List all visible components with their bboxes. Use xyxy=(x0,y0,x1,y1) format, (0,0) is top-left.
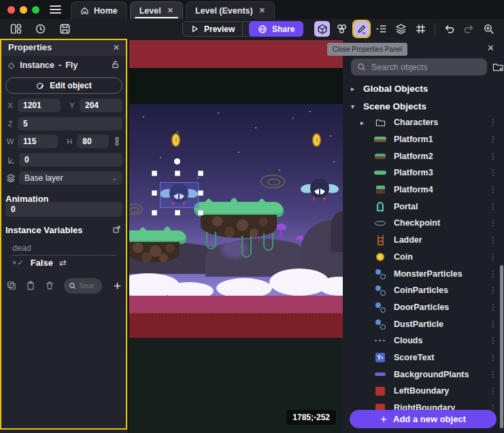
kebab-menu-icon[interactable]: ⋮ xyxy=(489,252,497,262)
kebab-menu-icon[interactable]: ⋮ xyxy=(489,168,497,177)
properties-close-icon[interactable]: ✕ xyxy=(113,43,120,52)
history-icon[interactable] xyxy=(33,21,48,37)
tab-level-events[interactable]: Level (Events) ✕ xyxy=(186,1,275,19)
kebab-menu-icon[interactable]: ⋮ xyxy=(489,118,497,127)
angle-input[interactable] xyxy=(19,153,122,167)
minimize-window-button[interactable] xyxy=(20,6,27,14)
height-input[interactable] xyxy=(77,135,109,148)
object-item-leftboundary[interactable]: LeftBoundary⋮ xyxy=(343,383,504,400)
kebab-menu-icon[interactable]: ⋮ xyxy=(489,152,497,161)
variables-search[interactable] xyxy=(64,278,102,294)
toggle-3d-view-icon[interactable] xyxy=(314,21,330,37)
trash-icon[interactable] xyxy=(45,281,54,290)
object-item-backgroundplants[interactable]: BackgroundPlants⋮ xyxy=(343,366,504,383)
redo-icon[interactable] xyxy=(461,21,477,37)
paste-icon[interactable] xyxy=(26,281,35,290)
add-variable-button[interactable]: + xyxy=(114,279,121,292)
object-item-characters[interactable]: ▸Characters⋮ xyxy=(343,114,504,131)
scene-cloud-outline[interactable] xyxy=(261,175,285,188)
object-item-clouds[interactable]: Clouds⋮ xyxy=(343,332,504,349)
animation-input[interactable] xyxy=(5,202,122,217)
tab-level-close-icon[interactable]: ✕ xyxy=(167,6,173,15)
scene-canvas[interactable]: 1785;-252 xyxy=(129,39,343,433)
window-controls[interactable] xyxy=(7,6,39,14)
scene-fly[interactable] xyxy=(301,178,339,203)
resize-handle[interactable] xyxy=(198,190,203,196)
scene-platform[interactable] xyxy=(194,202,284,238)
unlock-icon[interactable] xyxy=(111,59,120,71)
variables-search-input[interactable] xyxy=(79,281,94,290)
undo-icon[interactable] xyxy=(441,21,457,37)
object-item-monsterparticles[interactable]: MonsterParticles⋮ xyxy=(343,265,504,282)
edit-properties-icon[interactable] xyxy=(354,21,369,37)
add-folder-icon[interactable] xyxy=(492,62,504,72)
scene-platform[interactable] xyxy=(129,230,186,262)
resize-handle[interactable] xyxy=(175,171,180,176)
object-item-platform3[interactable]: Platform3⋮ xyxy=(343,164,504,181)
kebab-menu-icon[interactable]: ⋮ xyxy=(489,269,497,279)
delete-icon[interactable] xyxy=(501,21,504,37)
share-button[interactable]: Share xyxy=(249,21,303,37)
objects-search-input[interactable] xyxy=(371,63,481,72)
resize-handle[interactable] xyxy=(198,210,203,215)
kebab-menu-icon[interactable]: ⋮ xyxy=(489,386,497,396)
lock-ratio-icon[interactable] xyxy=(112,137,122,146)
object-item-coinparticles[interactable]: CoinParticles⋮ xyxy=(343,282,504,299)
maximize-window-button[interactable] xyxy=(32,6,39,14)
layer-select[interactable]: Base layer ⌄ xyxy=(19,171,122,185)
bottom-boundary[interactable] xyxy=(129,313,343,338)
object-item-coin[interactable]: Coin⋮ xyxy=(343,249,504,266)
hamburger-menu-icon[interactable] xyxy=(50,5,61,14)
scrollbar-thumb[interactable] xyxy=(500,265,503,428)
instances-list-icon[interactable] xyxy=(373,21,389,37)
layers-icon[interactable] xyxy=(393,21,409,37)
object-item-portal[interactable]: Portal⋮ xyxy=(343,198,504,215)
variable-value[interactable]: False xyxy=(31,258,53,268)
kebab-menu-icon[interactable]: ⋮ xyxy=(489,403,497,410)
zoom-in-icon[interactable] xyxy=(481,21,497,37)
group-scene-objects[interactable]: ▾ Scene Objects xyxy=(343,98,504,114)
object-item-platform2[interactable]: Platform2⋮ xyxy=(343,148,504,164)
objects-close-icon[interactable]: ✕ xyxy=(487,43,494,53)
grid-icon[interactable] xyxy=(413,21,429,37)
resize-handle[interactable] xyxy=(152,210,157,215)
resize-handle[interactable] xyxy=(152,171,157,176)
edit-object-button[interactable]: Edit object xyxy=(5,77,122,94)
kebab-menu-icon[interactable]: ⋮ xyxy=(489,319,497,329)
top-boundary[interactable] xyxy=(129,40,343,68)
objects-search[interactable] xyxy=(351,58,487,75)
resize-handle[interactable] xyxy=(175,210,180,215)
object-groups-icon[interactable] xyxy=(334,21,350,37)
save-icon[interactable] xyxy=(57,21,73,37)
scene-cloud-outline[interactable] xyxy=(129,204,143,215)
kebab-menu-icon[interactable]: ⋮ xyxy=(489,135,497,144)
object-item-platform4[interactable]: Platform4⋮ xyxy=(343,181,504,198)
object-item-scoretext[interactable]: TxScoreText⋮ xyxy=(343,349,504,366)
resize-handle[interactable] xyxy=(198,171,203,176)
kebab-menu-icon[interactable]: ⋮ xyxy=(489,218,497,228)
kebab-menu-icon[interactable]: ⋮ xyxy=(489,353,497,362)
y-input[interactable] xyxy=(80,99,122,112)
kebab-menu-icon[interactable]: ⋮ xyxy=(489,202,497,211)
kebab-menu-icon[interactable]: ⋮ xyxy=(489,185,497,194)
panels-layout-icon[interactable] xyxy=(8,21,24,37)
variable-name[interactable]: dead xyxy=(12,243,116,256)
add-object-button[interactable]: + Add a new object xyxy=(350,410,497,428)
object-item-doorparticles[interactable]: DoorParticles⋮ xyxy=(343,299,504,316)
object-item-ladder[interactable]: Ladder⋮ xyxy=(343,232,504,249)
copy-icon[interactable] xyxy=(7,281,16,290)
x-input[interactable] xyxy=(18,99,61,112)
kebab-menu-icon[interactable]: ⋮ xyxy=(489,285,497,295)
close-window-button[interactable] xyxy=(7,6,15,14)
scene-coin[interactable] xyxy=(312,133,321,147)
kebab-menu-icon[interactable]: ⋮ xyxy=(489,336,497,345)
width-input[interactable] xyxy=(18,135,58,148)
tab-home[interactable]: Home xyxy=(71,1,127,19)
tab-level[interactable]: Level ✕ xyxy=(130,1,183,19)
kebab-menu-icon[interactable]: ⋮ xyxy=(489,235,497,245)
open-variables-icon[interactable] xyxy=(112,224,121,237)
kebab-menu-icon[interactable]: ⋮ xyxy=(489,302,497,312)
scene-coin[interactable] xyxy=(171,133,180,147)
group-global-objects[interactable]: ▸ Global Objects xyxy=(343,80,504,97)
object-item-dustparticle[interactable]: DustParticle⋮ xyxy=(343,315,504,332)
